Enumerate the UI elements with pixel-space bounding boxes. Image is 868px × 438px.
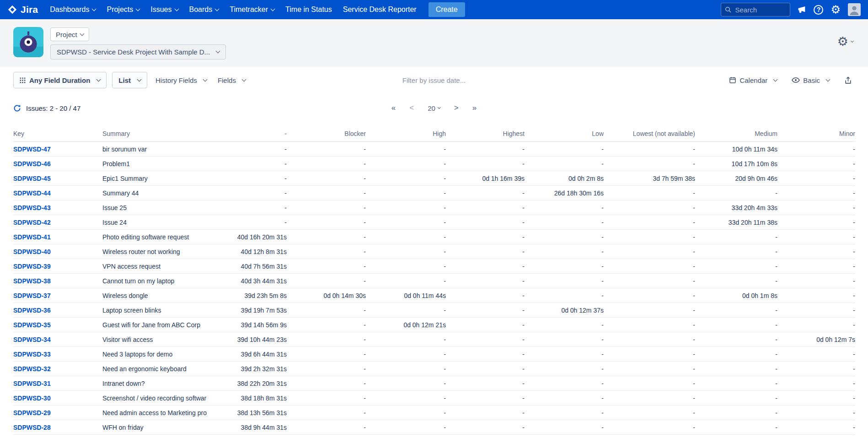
issue-key-link[interactable]: SDPWSD-32 xyxy=(13,365,102,373)
issue-key-link[interactable]: SDPWSD-41 xyxy=(13,233,102,241)
duration-cell: - xyxy=(366,146,446,153)
issue-key-link[interactable]: SDPWSD-37 xyxy=(13,292,102,299)
gear-icon[interactable]: ⚙ xyxy=(830,4,841,15)
help-icon[interactable]: ? xyxy=(814,5,823,15)
nav-item-projects[interactable]: Projects xyxy=(107,5,139,14)
duration-cell: 39d 14h 56m 9s xyxy=(207,321,287,329)
issue-summary: Laptop screen blinks xyxy=(102,307,207,314)
duration-cell: - xyxy=(777,175,855,182)
duration-cell: 39d 10h 44m 23s xyxy=(207,336,287,343)
issue-key-link[interactable]: SDPWSD-42 xyxy=(13,219,102,226)
chevron-down-icon xyxy=(851,39,854,43)
issue-key-link[interactable]: SDPWSD-46 xyxy=(13,160,102,168)
user-avatar[interactable] xyxy=(848,3,861,16)
issue-key-link[interactable]: SDPWSD-45 xyxy=(13,175,102,182)
chevron-down-icon xyxy=(96,77,101,81)
nav-item-service-desk-reporter[interactable]: Service Desk Reporter xyxy=(343,5,417,14)
search-icon xyxy=(725,6,731,13)
issue-key-link[interactable]: SDPWSD-40 xyxy=(13,248,102,255)
table-header-row: KeySummary-BlockerHighHighestLowLowest (… xyxy=(13,125,855,142)
project-header: Project SDPWSD - Service Desk Project Wi… xyxy=(0,19,868,67)
nav-item-timetracker[interactable]: Timetracker xyxy=(230,5,274,14)
issue-summary: Need 3 laptops for demo xyxy=(102,351,207,358)
duration-cell: - xyxy=(287,409,366,416)
prev-page-button[interactable]: < xyxy=(409,103,414,113)
calendar-select[interactable]: Calendar xyxy=(726,76,780,84)
gear-icon: ⚙ xyxy=(837,36,848,48)
export-button[interactable] xyxy=(841,76,855,84)
duration-cell: - xyxy=(777,351,855,358)
last-page-button[interactable]: » xyxy=(472,103,477,113)
column-header-low[interactable]: Low xyxy=(525,130,604,137)
create-button[interactable]: Create xyxy=(429,2,465,17)
view-mode-select[interactable]: Basic xyxy=(789,76,832,84)
column-header-lowest-not-available[interactable]: Lowest (not available) xyxy=(604,130,695,137)
duration-cell: - xyxy=(287,365,366,373)
issue-key-link[interactable]: SDPWSD-28 xyxy=(13,424,102,431)
nav-item-label: Dashboards xyxy=(50,5,89,14)
column-header-key[interactable]: Key xyxy=(13,130,102,137)
view-select[interactable]: List xyxy=(112,72,147,88)
issue-key-link[interactable]: SDPWSD-31 xyxy=(13,380,102,387)
duration-cell: - xyxy=(446,409,525,416)
history-fields-select[interactable]: History Fields xyxy=(153,76,209,84)
scope-select[interactable]: Project xyxy=(50,27,89,41)
column-header-medium[interactable]: Medium xyxy=(695,130,777,137)
issue-key-link[interactable]: SDPWSD-33 xyxy=(13,351,102,358)
next-page-button[interactable]: > xyxy=(454,103,459,113)
duration-cell: - xyxy=(777,189,855,197)
duration-cell: - xyxy=(366,365,446,373)
duration-cell: - xyxy=(604,424,695,431)
column-header-dash[interactable]: - xyxy=(207,130,287,137)
issue-key-link[interactable]: SDPWSD-44 xyxy=(13,189,102,197)
duration-cell: - xyxy=(695,321,777,329)
jira-logo[interactable]: Jira xyxy=(7,4,38,15)
issue-key-link[interactable]: SDPWSD-29 xyxy=(13,409,102,416)
toolbar-right-group: Calendar Basic xyxy=(726,76,855,84)
duration-cell: - xyxy=(287,307,366,314)
chevron-down-icon xyxy=(203,77,207,81)
settings-gear-button[interactable]: ⚙ xyxy=(837,36,853,48)
duration-cell: - xyxy=(366,336,446,343)
column-header-highest[interactable]: Highest xyxy=(446,130,525,137)
duration-cell: - xyxy=(446,351,525,358)
issue-key-link[interactable]: SDPWSD-39 xyxy=(13,263,102,270)
refresh-icon[interactable] xyxy=(13,104,21,112)
issue-key-link[interactable]: SDPWSD-36 xyxy=(13,307,102,314)
column-header-minor[interactable]: Minor xyxy=(777,130,855,137)
issue-key-link[interactable]: SDPWSD-34 xyxy=(13,336,102,343)
column-header-blocker[interactable]: Blocker xyxy=(287,130,366,137)
issue-summary: Wireless router not working xyxy=(102,248,207,255)
field-duration-select[interactable]: Any Field Duration xyxy=(13,72,107,88)
duration-cell: 38d 18h 8m 31s xyxy=(207,395,287,402)
issue-key-link[interactable]: SDPWSD-35 xyxy=(13,321,102,329)
first-page-button[interactable]: « xyxy=(391,103,396,113)
project-avatar[interactable] xyxy=(13,27,43,57)
issue-key-link[interactable]: SDPWSD-47 xyxy=(13,146,102,153)
duration-cell: 40d 12h 8m 31s xyxy=(207,248,287,255)
duration-cell: - xyxy=(777,277,855,285)
nav-item-dashboards[interactable]: Dashboards xyxy=(50,5,96,14)
project-select[interactable]: SDPWSD - Service Desk Project With Sampl… xyxy=(50,44,226,59)
table-row: SDPWSD-42Issue 24------33d 20h 11m 38s- xyxy=(13,215,855,230)
page-size-select[interactable]: 20 xyxy=(428,104,440,112)
duration-cell: - xyxy=(446,146,525,153)
issue-date-filter[interactable]: Filter by issue date... xyxy=(402,76,466,84)
fields-select[interactable]: Fields xyxy=(215,76,248,84)
column-header-high[interactable]: High xyxy=(366,130,446,137)
duration-cell: - xyxy=(777,248,855,255)
calendar-icon xyxy=(729,76,736,84)
duration-cell: - xyxy=(525,160,604,168)
project-selectors: Project SDPWSD - Service Desk Project Wi… xyxy=(50,27,226,67)
issue-key-link[interactable]: SDPWSD-43 xyxy=(13,204,102,211)
nav-item-label: Service Desk Reporter xyxy=(343,5,417,14)
column-header-summary[interactable]: Summary xyxy=(102,130,207,137)
duration-cell: - xyxy=(604,409,695,416)
export-icon xyxy=(844,76,852,84)
nav-item-boards[interactable]: Boards xyxy=(189,5,219,14)
nav-item-time-in-status[interactable]: Time in Status xyxy=(285,5,332,14)
issue-key-link[interactable]: SDPWSD-30 xyxy=(13,395,102,402)
issue-key-link[interactable]: SDPWSD-38 xyxy=(13,277,102,285)
nav-item-issues[interactable]: Issues xyxy=(150,5,178,14)
announcement-icon[interactable] xyxy=(798,6,806,14)
